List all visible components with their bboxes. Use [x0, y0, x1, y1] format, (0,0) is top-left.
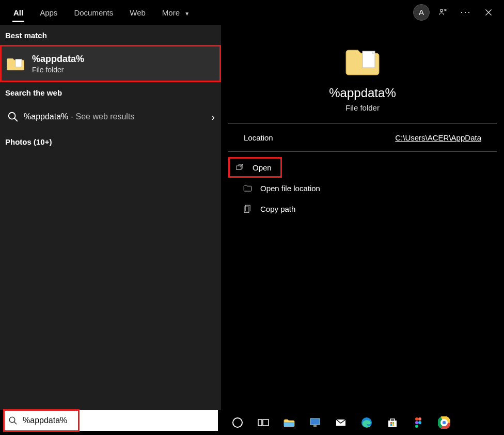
svg-point-8 — [233, 418, 242, 427]
action-open[interactable]: Open — [230, 159, 280, 176]
filter-tabs: All Apps Documents Web More ▼ A ··· — [0, 0, 504, 25]
svg-point-24 — [415, 425, 418, 428]
web-result-text: %appdata% - See web results — [24, 112, 134, 121]
chrome-icon[interactable] — [437, 415, 451, 430]
svg-point-21 — [418, 417, 421, 421]
feedback-icon[interactable] — [434, 3, 452, 22]
edge-icon[interactable] — [359, 415, 374, 430]
preview-pane: %appdata% File folder Location C:\Users\… — [221, 25, 504, 410]
chevron-right-icon: › — [211, 111, 215, 123]
chevron-down-icon: ▼ — [184, 11, 190, 17]
svg-point-22 — [415, 421, 418, 424]
action-copy-label: Copy path — [260, 205, 295, 213]
action-open-label: Open — [253, 163, 272, 172]
result-subtitle: File folder — [32, 66, 84, 74]
results-pane: Best match %appdata% File folder Search … — [0, 25, 221, 410]
svg-rect-17 — [392, 422, 394, 424]
tab-more-label: More — [162, 8, 180, 17]
location-row: Location C:\Users\ACER\AppData — [228, 124, 497, 151]
svg-point-29 — [442, 421, 446, 425]
svg-point-23 — [418, 421, 421, 424]
svg-rect-16 — [390, 422, 392, 424]
best-match-label: Best match — [0, 25, 221, 45]
svg-rect-6 — [244, 207, 249, 212]
best-match-result[interactable]: %appdata% File folder — [0, 45, 221, 82]
action-ofl-label: Open file location — [260, 184, 320, 193]
search-icon — [7, 111, 19, 122]
actions-list: Open Open file location Copy path — [228, 152, 497, 219]
close-icon[interactable] — [479, 3, 498, 22]
svg-rect-1 — [15, 59, 22, 67]
cortana-icon[interactable] — [230, 415, 245, 430]
tab-documents[interactable]: Documents — [66, 2, 121, 22]
tab-apps[interactable]: Apps — [32, 2, 66, 22]
svg-rect-9 — [258, 420, 262, 426]
web-result-suffix: - See web results — [68, 112, 134, 121]
web-query: %appdata% — [24, 112, 68, 121]
search-web-label: Search the web — [0, 82, 221, 102]
result-text: %appdata% File folder — [32, 54, 84, 74]
user-avatar[interactable]: A — [413, 4, 430, 21]
web-result-row[interactable]: %appdata% - See web results › — [0, 102, 221, 131]
action-open-file-location[interactable]: Open file location — [228, 178, 497, 198]
svg-point-0 — [440, 9, 443, 12]
header-actions: A ··· — [413, 3, 504, 22]
svg-rect-12 — [310, 418, 320, 425]
search-box[interactable] — [4, 410, 218, 431]
svg-rect-10 — [263, 420, 269, 426]
search-input[interactable] — [23, 416, 209, 425]
folder-icon — [6, 56, 25, 71]
location-path[interactable]: C:\Users\ACER\AppData — [395, 133, 481, 142]
folder-outline-icon — [243, 183, 252, 193]
result-title: %appdata% — [32, 54, 84, 65]
preview-title: %appdata% — [329, 86, 396, 100]
svg-rect-5 — [245, 205, 250, 211]
monitor-icon[interactable] — [308, 415, 322, 430]
mail-icon[interactable] — [334, 415, 348, 430]
preview-subtitle: File folder — [345, 103, 380, 112]
location-label: Location — [244, 133, 273, 142]
task-view-icon[interactable] — [256, 415, 271, 430]
tab-web[interactable]: Web — [121, 2, 154, 22]
svg-rect-13 — [313, 425, 317, 427]
search-icon — [8, 416, 18, 425]
copy-icon — [243, 204, 252, 213]
photos-section[interactable]: Photos (10+) — [0, 131, 221, 152]
taskbar — [221, 410, 504, 435]
file-explorer-icon[interactable] — [282, 415, 296, 430]
figma-icon[interactable] — [411, 415, 426, 430]
svg-rect-11 — [284, 422, 294, 427]
tab-all[interactable]: All — [5, 2, 32, 22]
action-copy-path[interactable]: Copy path — [228, 198, 497, 219]
folder-icon — [344, 44, 381, 77]
svg-rect-19 — [392, 424, 394, 426]
store-icon[interactable] — [385, 415, 400, 430]
svg-point-20 — [415, 417, 418, 421]
tab-more[interactable]: More ▼ — [154, 2, 198, 22]
svg-rect-18 — [390, 424, 392, 426]
open-icon — [235, 163, 244, 172]
more-options-icon[interactable]: ··· — [456, 3, 475, 22]
